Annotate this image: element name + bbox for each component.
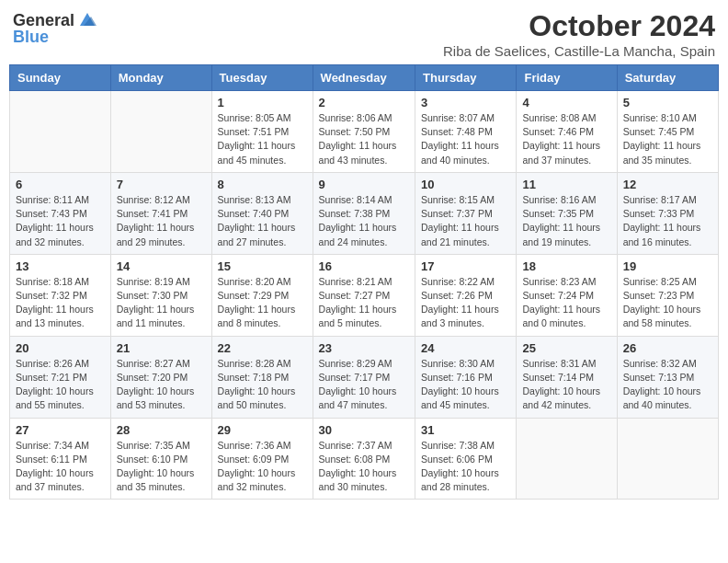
calendar-cell: 5Sunrise: 8:10 AM Sunset: 7:45 PM Daylig…	[617, 91, 718, 173]
day-info: Sunrise: 8:20 AM Sunset: 7:29 PM Dayligh…	[218, 275, 307, 331]
logo-icon	[76, 9, 98, 31]
calendar-header-row: SundayMondayTuesdayWednesdayThursdayFrid…	[10, 65, 719, 91]
day-number: 18	[522, 259, 610, 273]
calendar-cell: 9Sunrise: 8:14 AM Sunset: 7:38 PM Daylig…	[313, 172, 415, 254]
day-info: Sunrise: 8:10 AM Sunset: 7:45 PM Dayligh…	[623, 111, 712, 167]
day-info: Sunrise: 8:32 AM Sunset: 7:13 PM Dayligh…	[623, 357, 712, 413]
day-number: 22	[218, 341, 307, 355]
day-number: 2	[319, 96, 409, 109]
day-info: Sunrise: 8:14 AM Sunset: 7:38 PM Dayligh…	[319, 193, 409, 249]
day-number: 27	[16, 423, 105, 437]
calendar-cell: 7Sunrise: 8:12 AM Sunset: 7:41 PM Daylig…	[110, 172, 211, 254]
calendar-cell: 10Sunrise: 8:15 AM Sunset: 7:37 PM Dayli…	[415, 172, 517, 254]
calendar-cell: 3Sunrise: 8:07 AM Sunset: 7:48 PM Daylig…	[415, 91, 517, 173]
day-number: 15	[218, 259, 307, 273]
calendar-day-header: Friday	[517, 65, 617, 91]
day-info: Sunrise: 8:29 AM Sunset: 7:17 PM Dayligh…	[319, 357, 409, 413]
day-info: Sunrise: 8:05 AM Sunset: 7:51 PM Dayligh…	[218, 111, 307, 167]
day-number: 11	[522, 178, 610, 191]
day-info: Sunrise: 8:28 AM Sunset: 7:18 PM Dayligh…	[218, 357, 307, 413]
calendar-cell: 4Sunrise: 8:08 AM Sunset: 7:46 PM Daylig…	[517, 91, 617, 173]
day-number: 7	[117, 178, 206, 191]
calendar-day-header: Monday	[110, 65, 211, 91]
logo: General Blue	[13, 9, 98, 47]
calendar-cell: 15Sunrise: 8:20 AM Sunset: 7:29 PM Dayli…	[211, 254, 313, 336]
day-number: 24	[421, 341, 510, 355]
day-info: Sunrise: 8:13 AM Sunset: 7:40 PM Dayligh…	[218, 193, 307, 249]
day-number: 28	[117, 423, 206, 437]
calendar-cell: 6Sunrise: 8:11 AM Sunset: 7:43 PM Daylig…	[10, 172, 111, 254]
day-info: Sunrise: 7:37 AM Sunset: 6:08 PM Dayligh…	[319, 439, 409, 495]
day-info: Sunrise: 8:26 AM Sunset: 7:21 PM Dayligh…	[16, 357, 105, 413]
day-info: Sunrise: 8:25 AM Sunset: 7:23 PM Dayligh…	[623, 275, 712, 331]
day-number: 13	[16, 259, 105, 273]
calendar-cell: 11Sunrise: 8:16 AM Sunset: 7:35 PM Dayli…	[517, 172, 617, 254]
day-number: 21	[117, 341, 206, 355]
day-info: Sunrise: 8:23 AM Sunset: 7:24 PM Dayligh…	[522, 275, 610, 331]
calendar-week-row: 20Sunrise: 8:26 AM Sunset: 7:21 PM Dayli…	[10, 336, 719, 418]
calendar-cell: 12Sunrise: 8:17 AM Sunset: 7:33 PM Dayli…	[617, 172, 718, 254]
day-info: Sunrise: 7:38 AM Sunset: 6:06 PM Dayligh…	[421, 439, 510, 495]
day-number: 5	[623, 96, 712, 109]
page-header: General Blue October 2024 Riba de Saelic…	[9, 9, 719, 59]
calendar-cell: 19Sunrise: 8:25 AM Sunset: 7:23 PM Dayli…	[617, 254, 718, 336]
calendar-cell: 27Sunrise: 7:34 AM Sunset: 6:11 PM Dayli…	[10, 418, 111, 500]
day-number: 19	[623, 259, 712, 273]
calendar-cell	[517, 418, 617, 500]
calendar-table: SundayMondayTuesdayWednesdayThursdayFrid…	[9, 64, 719, 500]
calendar-cell: 20Sunrise: 8:26 AM Sunset: 7:21 PM Dayli…	[10, 336, 111, 418]
calendar-week-row: 6Sunrise: 8:11 AM Sunset: 7:43 PM Daylig…	[10, 172, 719, 254]
calendar-cell: 22Sunrise: 8:28 AM Sunset: 7:18 PM Dayli…	[211, 336, 313, 418]
day-number: 6	[16, 178, 105, 191]
day-number: 14	[117, 259, 206, 273]
day-number: 10	[421, 178, 510, 191]
day-info: Sunrise: 8:30 AM Sunset: 7:16 PM Dayligh…	[421, 357, 510, 413]
day-info: Sunrise: 8:07 AM Sunset: 7:48 PM Dayligh…	[421, 111, 510, 167]
location-title: Riba de Saelices, Castille-La Mancha, Sp…	[443, 43, 715, 59]
calendar-day-header: Saturday	[617, 65, 718, 91]
day-info: Sunrise: 7:34 AM Sunset: 6:11 PM Dayligh…	[16, 439, 105, 495]
day-info: Sunrise: 8:21 AM Sunset: 7:27 PM Dayligh…	[319, 275, 409, 331]
day-number: 1	[218, 96, 307, 109]
day-number: 9	[319, 178, 409, 191]
month-title: October 2024	[443, 9, 715, 43]
day-info: Sunrise: 8:31 AM Sunset: 7:14 PM Dayligh…	[522, 357, 610, 413]
calendar-cell	[10, 91, 111, 173]
day-info: Sunrise: 8:22 AM Sunset: 7:26 PM Dayligh…	[421, 275, 510, 331]
day-number: 25	[522, 341, 610, 355]
day-info: Sunrise: 8:19 AM Sunset: 7:30 PM Dayligh…	[117, 275, 206, 331]
calendar-day-header: Thursday	[415, 65, 517, 91]
calendar-cell: 18Sunrise: 8:23 AM Sunset: 7:24 PM Dayli…	[517, 254, 617, 336]
calendar-day-header: Tuesday	[211, 65, 313, 91]
calendar-cell: 28Sunrise: 7:35 AM Sunset: 6:10 PM Dayli…	[110, 418, 211, 500]
calendar-cell: 24Sunrise: 8:30 AM Sunset: 7:16 PM Dayli…	[415, 336, 517, 418]
day-number: 31	[421, 423, 510, 437]
calendar-cell: 26Sunrise: 8:32 AM Sunset: 7:13 PM Dayli…	[617, 336, 718, 418]
day-info: Sunrise: 8:18 AM Sunset: 7:32 PM Dayligh…	[16, 275, 105, 331]
day-info: Sunrise: 8:06 AM Sunset: 7:50 PM Dayligh…	[319, 111, 409, 167]
title-section: October 2024 Riba de Saelices, Castille-…	[443, 9, 715, 59]
day-number: 12	[623, 178, 712, 191]
day-number: 23	[319, 341, 409, 355]
day-info: Sunrise: 8:11 AM Sunset: 7:43 PM Dayligh…	[16, 193, 105, 249]
day-info: Sunrise: 7:35 AM Sunset: 6:10 PM Dayligh…	[117, 439, 206, 495]
calendar-cell	[617, 418, 718, 500]
calendar-cell: 25Sunrise: 8:31 AM Sunset: 7:14 PM Dayli…	[517, 336, 617, 418]
calendar-cell: 2Sunrise: 8:06 AM Sunset: 7:50 PM Daylig…	[313, 91, 415, 173]
day-number: 4	[522, 96, 610, 109]
calendar-cell: 8Sunrise: 8:13 AM Sunset: 7:40 PM Daylig…	[211, 172, 313, 254]
day-info: Sunrise: 8:08 AM Sunset: 7:46 PM Dayligh…	[522, 111, 610, 167]
logo-text-blue: Blue	[13, 28, 49, 47]
day-number: 16	[319, 259, 409, 273]
calendar-week-row: 1Sunrise: 8:05 AM Sunset: 7:51 PM Daylig…	[10, 91, 719, 173]
day-number: 8	[218, 178, 307, 191]
day-number: 20	[16, 341, 105, 355]
calendar-day-header: Wednesday	[313, 65, 415, 91]
day-info: Sunrise: 7:36 AM Sunset: 6:09 PM Dayligh…	[218, 439, 307, 495]
calendar-week-row: 13Sunrise: 8:18 AM Sunset: 7:32 PM Dayli…	[10, 254, 719, 336]
calendar-cell: 31Sunrise: 7:38 AM Sunset: 6:06 PM Dayli…	[415, 418, 517, 500]
calendar-cell: 21Sunrise: 8:27 AM Sunset: 7:20 PM Dayli…	[110, 336, 211, 418]
calendar-day-header: Sunday	[10, 65, 111, 91]
calendar-cell: 17Sunrise: 8:22 AM Sunset: 7:26 PM Dayli…	[415, 254, 517, 336]
calendar-cell: 14Sunrise: 8:19 AM Sunset: 7:30 PM Dayli…	[110, 254, 211, 336]
